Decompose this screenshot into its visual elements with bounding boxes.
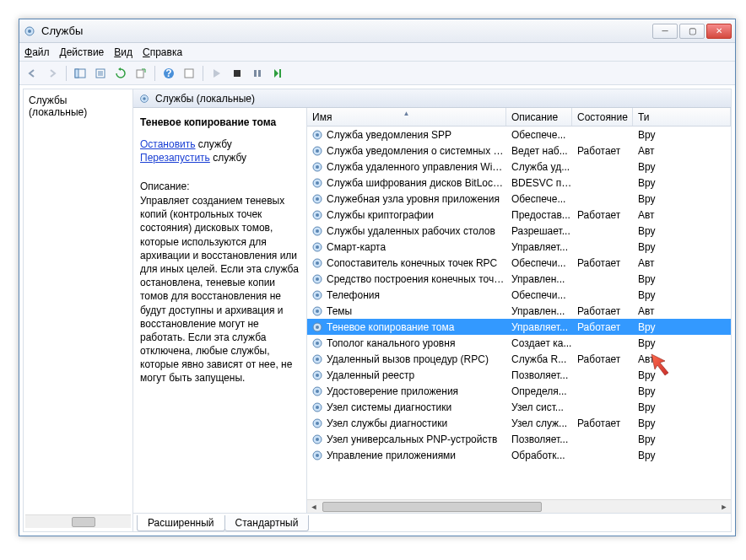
close-button[interactable]: ✕: [706, 24, 732, 39]
minimize-button[interactable]: ─: [652, 24, 678, 39]
export-button[interactable]: [132, 64, 150, 83]
service-name: Службы криптографии: [327, 209, 506, 221]
service-row[interactable]: Служба шифрования дисков BitLockerBDESVC…: [307, 175, 731, 191]
help-button[interactable]: ?: [159, 64, 178, 83]
service-icon: [311, 401, 324, 414]
service-icon: [311, 176, 324, 190]
service-desc: Обработк...: [506, 450, 572, 461]
pause-icon: [252, 68, 262, 78]
service-row[interactable]: Удаленный реестрПозволяет...Вру: [307, 367, 731, 383]
maximize-button[interactable]: ▢: [679, 24, 705, 39]
menu-help[interactable]: Справка: [143, 46, 182, 58]
scope-tree[interactable]: Службы (локальные): [24, 89, 133, 531]
service-icon: [311, 224, 324, 238]
service-name: Удаленный вызов процедур (RPC): [327, 353, 506, 365]
service-row[interactable]: Тополог канального уровняСоздает ка...Вр…: [307, 335, 731, 351]
service-name: Служебная узла уровня приложения: [327, 193, 506, 205]
back-button[interactable]: [23, 64, 41, 83]
service-row[interactable]: Сопоставитель конечных точек RPCОбеспечи…: [307, 255, 731, 271]
service-name: Служба уведомления о системных соб...: [327, 145, 506, 157]
service-type: Вру: [633, 177, 731, 189]
service-name: Телефония: [327, 289, 506, 301]
col-type[interactable]: Ти: [633, 108, 731, 126]
list-icon: [95, 67, 106, 79]
service-row[interactable]: Узел службы диагностикиУзел служ...Работ…: [307, 415, 731, 431]
service-row[interactable]: Удостоверение приложенияОпределя...Вру: [307, 383, 731, 399]
service-icon: [311, 192, 324, 206]
service-row[interactable]: Управление приложениямиОбработк...Вру: [307, 447, 731, 463]
tree-hscrollbar[interactable]: [25, 514, 131, 528]
show-hide-tree-button[interactable]: [71, 64, 89, 83]
service-name: Удаленный реестр: [327, 369, 506, 381]
stop-service-button[interactable]: [228, 64, 246, 83]
service-icon: [311, 369, 324, 382]
column-headers: Имя▲ Описание Состояние Ти: [307, 108, 731, 127]
service-name: Управление приложениями: [327, 450, 506, 461]
service-row[interactable]: Служебная узла уровня приложенияОбеспече…: [307, 191, 731, 207]
service-row[interactable]: Узел универсальных PNP-устройствПозволяе…: [307, 431, 731, 447]
service-desc: Предостав...: [506, 209, 572, 221]
properties-button[interactable]: [91, 64, 110, 83]
selected-service-name: Теневое копирование тома: [140, 116, 300, 128]
service-name: Службы удаленных рабочих столов: [327, 225, 506, 237]
service-row[interactable]: Служба уведомления SPPОбеспече...Вру: [307, 127, 731, 143]
menu-action[interactable]: Действие: [60, 46, 105, 58]
restart-link[interactable]: Перезапустить: [140, 152, 210, 164]
col-name[interactable]: Имя▲: [307, 108, 506, 126]
window-title: Службы: [41, 24, 651, 37]
menu-file[interactable]: Файл: [24, 46, 50, 58]
service-desc: Узел служ...: [506, 417, 572, 429]
forward-button[interactable]: [43, 64, 62, 83]
menu-view[interactable]: Вид: [114, 46, 132, 58]
refresh-icon: [115, 67, 127, 79]
service-row[interactable]: ТелефонияОбеспечи...Вру: [307, 287, 731, 303]
service-row[interactable]: ТемыУправлен...РаботаетАвт: [307, 303, 731, 319]
service-state: Работает: [572, 145, 633, 157]
col-description[interactable]: Описание: [506, 108, 572, 126]
service-type: Вру: [633, 193, 731, 205]
service-desc: Служба R...: [506, 353, 572, 365]
service-row[interactable]: Служба уведомления о системных соб...Вед…: [307, 143, 731, 159]
titlebar[interactable]: Службы ─ ▢ ✕: [19, 19, 735, 43]
service-row[interactable]: Средство построения конечных точек ...Уп…: [307, 271, 731, 287]
service-icon: [311, 385, 324, 398]
restart-service-button[interactable]: [268, 64, 287, 83]
service-desc: Определя...: [506, 385, 572, 397]
service-desc: Управлен...: [506, 305, 572, 317]
service-desc: Обеспечи...: [506, 257, 572, 269]
service-desc: Позволяет...: [506, 369, 572, 381]
pause-service-button[interactable]: [248, 64, 267, 83]
service-row[interactable]: Службы криптографииПредостав...РаботаетА…: [307, 207, 731, 223]
service-name: Удостоверение приложения: [327, 385, 506, 397]
service-name: Узел универсальных PNP-устройств: [327, 433, 506, 445]
service-type: Вру: [633, 401, 731, 413]
svg-rect-14: [258, 70, 261, 77]
scrollbar-thumb[interactable]: [322, 502, 542, 512]
tab-extended[interactable]: Расширенный: [137, 515, 225, 531]
arrow-left-icon: [26, 67, 38, 79]
service-desc: Служба уд...: [506, 161, 572, 173]
svg-rect-11: [185, 69, 193, 78]
service-row[interactable]: Теневое копирование томаУправляет...Рабо…: [307, 319, 731, 335]
refresh-button[interactable]: [111, 64, 130, 83]
tree-node-local[interactable]: Службы (локальные): [25, 93, 131, 120]
service-row[interactable]: Узел системы диагностикиУзел сист...Вру: [307, 399, 731, 415]
view-tabs: Расширенный Стандартный: [133, 513, 731, 531]
restart-icon: [273, 68, 283, 78]
col-state[interactable]: Состояние: [572, 108, 633, 126]
stop-link[interactable]: Остановить: [140, 138, 196, 150]
service-row[interactable]: Служба удаленного управления Windo...Слу…: [307, 159, 731, 175]
service-row[interactable]: Удаленный вызов процедур (RPC)Служба R..…: [307, 351, 731, 367]
list-hscrollbar[interactable]: ◄ ►: [307, 499, 731, 513]
tab-standard[interactable]: Стандартный: [224, 515, 310, 531]
props-button[interactable]: [180, 64, 198, 83]
service-row[interactable]: Службы удаленных рабочих столовРазрешает…: [307, 223, 731, 239]
service-icon: [311, 417, 324, 430]
scroll-right-icon[interactable]: ►: [717, 500, 731, 513]
scrollbar-thumb[interactable]: [72, 517, 95, 527]
start-service-button[interactable]: [208, 64, 226, 83]
service-row[interactable]: Смарт-картаУправляет...Вру: [307, 239, 731, 255]
service-name: Смарт-карта: [327, 241, 506, 253]
service-type: Вру: [633, 417, 731, 429]
scroll-left-icon[interactable]: ◄: [307, 500, 321, 513]
